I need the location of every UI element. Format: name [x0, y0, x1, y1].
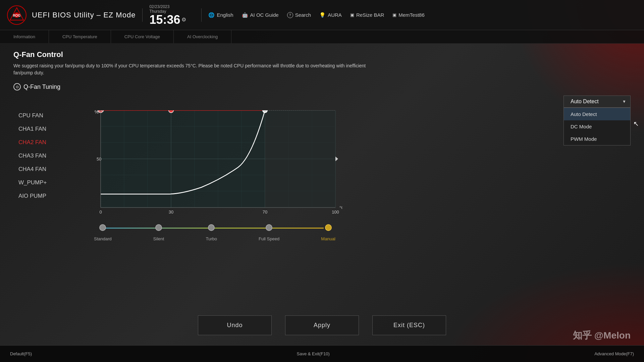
tuning-text: Q-Fan Tuning: [23, 83, 60, 90]
apply-button[interactable]: Apply: [285, 315, 359, 335]
globe-icon: 🌐: [208, 12, 215, 18]
mode-dropdown-button[interactable]: Auto Detect ▼: [564, 96, 631, 108]
topbar-english[interactable]: 🌐 English: [208, 12, 233, 18]
dropdown-item-pwm-mode[interactable]: PWM Mode: [564, 133, 630, 145]
topbar-resizebar[interactable]: ▣ ReSize BAR: [350, 12, 384, 18]
topbar-memtest[interactable]: ▣ MemTest86: [392, 12, 425, 18]
bottom-buttons: Undo Apply Exit (ESC): [0, 315, 644, 335]
resizebar-icon: ▣: [350, 12, 354, 17]
watermark: 知乎 @Melon: [573, 329, 631, 342]
footer-save-exit[interactable]: Save & Exit(F10): [297, 351, 329, 356]
manual-label: Manual: [321, 236, 335, 241]
svg-text:70: 70: [263, 209, 267, 215]
resizebar-label: ReSize BAR: [356, 12, 384, 18]
date-display: 02/23/2023 Thursday: [149, 4, 190, 14]
ai-oc-label: AI OC Guide: [250, 12, 279, 18]
time-display: 15:36: [149, 14, 180, 26]
ai-icon: 🤖: [242, 12, 248, 18]
turbo-label: Turbo: [206, 236, 217, 241]
tuning-label: ⊙ Q-Fan Tuning: [13, 83, 631, 90]
svg-text:0: 0: [99, 209, 102, 215]
svg-text:30: 30: [169, 209, 173, 215]
tuning-section: CPU FAN CHA1 FAN CHA2 FAN CHA3 FAN CHA4 …: [13, 96, 631, 241]
chevron-down-icon: ▼: [622, 99, 626, 104]
qfan-title: Q-Fan Control: [13, 50, 631, 59]
cursor: ↖: [633, 120, 639, 128]
silent-label: Silent: [153, 236, 164, 241]
dropdown-current-value: Auto Detect: [571, 99, 599, 105]
exit-button[interactable]: Exit (ESC): [372, 315, 446, 335]
svg-text:°C: °C: [339, 205, 342, 210]
standard-label: Standard: [94, 236, 112, 241]
fan-item-wpump[interactable]: W_PUMP+: [13, 176, 80, 189]
tuning-icon: ⊙: [13, 83, 21, 90]
mode-dropdown-menu: Auto Detect DC Mode PWM Mode: [564, 108, 631, 145]
main-content: Q-Fan Control We suggest raising your fa…: [0, 44, 644, 362]
topbar-divider: [142, 8, 143, 22]
fan-curve-chart[interactable]: % 100 50 0 30 70 100 °C: [87, 110, 342, 218]
undo-button[interactable]: Undo: [198, 315, 272, 335]
silent-dot: [155, 224, 162, 231]
rog-logo: ROG: [7, 5, 27, 25]
fan-item-cha2[interactable]: CHA2 FAN: [13, 136, 80, 149]
topbar-divider-2: [201, 8, 202, 22]
svg-text:100: 100: [332, 209, 339, 215]
speed-preset-turbo[interactable]: Turbo: [206, 224, 217, 241]
dropdown-item-dc-mode[interactable]: DC Mode: [564, 120, 630, 133]
app-title: UEFI BIOS Utility – EZ Mode: [32, 11, 136, 19]
chart-area: Auto Detect ▼ Auto Detect DC Mode PWM Mo…: [87, 96, 631, 241]
fan-item-cha1[interactable]: CHA1 FAN: [13, 122, 80, 136]
english-label: English: [217, 12, 233, 18]
fan-list: CPU FAN CHA1 FAN CHA2 FAN CHA3 FAN CHA4 …: [13, 109, 87, 203]
topbar-nav: 🌐 English 🤖 AI OC Guide ? Search 💡 AURA …: [208, 12, 424, 18]
topbar-ai-oc-guide[interactable]: 🤖 AI OC Guide: [242, 12, 279, 18]
settings-icon[interactable]: ⚙: [181, 16, 186, 23]
fan-item-cha4[interactable]: CHA4 FAN: [13, 163, 80, 176]
qfan-description: We suggest raising your fan/pump duty to…: [13, 62, 382, 76]
speed-preset-full-speed[interactable]: Full Speed: [259, 224, 279, 241]
topbar-search[interactable]: ? Search: [287, 12, 311, 18]
footer-default[interactable]: Default(F5): [10, 351, 32, 356]
memtest-icon: ▣: [392, 12, 396, 17]
svg-marker-30: [335, 157, 338, 161]
speed-preset-standard[interactable]: Standard: [94, 224, 112, 241]
svg-rect-23: [265, 110, 335, 207]
speed-preset-manual[interactable]: Manual: [321, 224, 335, 241]
fan-item-cpu[interactable]: CPU FAN: [13, 109, 80, 122]
memtest-label: MemTest86: [398, 12, 425, 18]
topbar-aura[interactable]: 💡 AURA: [319, 12, 342, 18]
fan-item-cha3[interactable]: CHA3 FAN: [13, 149, 80, 163]
aura-label: AURA: [328, 12, 342, 18]
mode-dropdown-wrapper: Auto Detect ▼ Auto Detect DC Mode PWM Mo…: [564, 96, 631, 108]
svg-text:100: 100: [97, 110, 104, 113]
speed-presets-list: Standard Silent Turbo Full Speed: [94, 224, 335, 241]
tab-cpu-core-voltage[interactable]: CPU Core Voltage: [111, 30, 174, 43]
svg-text:ROG: ROG: [13, 14, 21, 17]
topbar: ROG UEFI BIOS Utility – EZ Mode 02/23/20…: [0, 0, 644, 30]
svg-point-26: [263, 110, 267, 113]
tab-ai-overclocking[interactable]: AI Overclocking: [174, 30, 231, 43]
manual-dot: [325, 224, 332, 231]
fan-item-aio[interactable]: AIO PUMP: [13, 189, 80, 203]
footer-bar: Default(F5) Save & Exit(F10) Advanced Mo…: [0, 345, 644, 362]
tab-information[interactable]: Information: [0, 30, 49, 43]
aura-icon: 💡: [319, 12, 326, 18]
nav-tabs: Information CPU Temperature CPU Core Vol…: [0, 30, 644, 44]
speed-preset-silent[interactable]: Silent: [153, 224, 164, 241]
tab-cpu-temperature[interactable]: CPU Temperature: [49, 30, 111, 43]
full-speed-dot: [266, 224, 272, 231]
full-speed-label: Full Speed: [259, 236, 279, 241]
turbo-dot: [208, 224, 215, 231]
question-icon: ?: [287, 12, 293, 18]
datetime: 02/23/2023 Thursday 15:36 ⚙: [149, 4, 190, 26]
dropdown-item-auto-detect[interactable]: Auto Detect: [564, 108, 630, 120]
footer-advanced-mode[interactable]: Advanced Mode(F7): [594, 351, 634, 356]
chart-svg: % 100 50 0 30 70 100 °C: [87, 110, 342, 218]
speed-presets-bar: Standard Silent Turbo Full Speed: [87, 224, 342, 241]
standard-dot: [99, 224, 106, 231]
search-label: Search: [295, 12, 311, 18]
